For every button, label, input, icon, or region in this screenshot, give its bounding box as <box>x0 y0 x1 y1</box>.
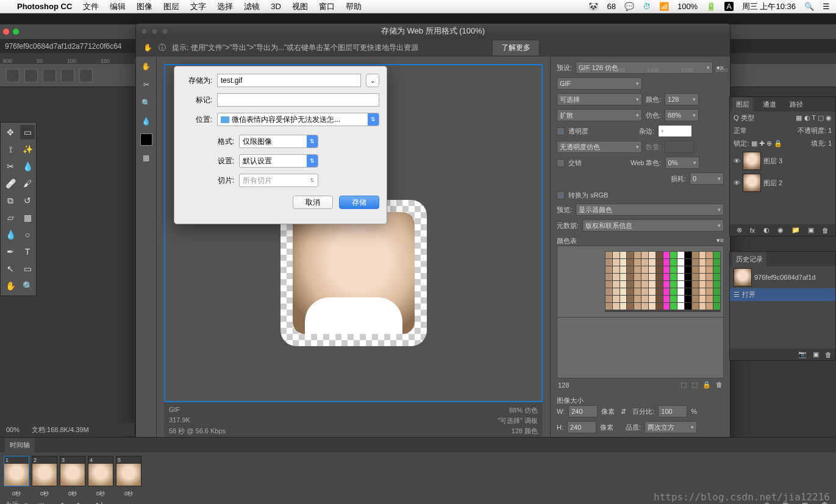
menu-layer[interactable]: 图层 <box>163 1 179 12</box>
frame-delay[interactable]: 0秒 <box>32 490 57 498</box>
tab-channels[interactable]: 通道 <box>759 98 780 112</box>
blur-tool-icon[interactable]: 💧 <box>3 227 18 242</box>
link-icon[interactable]: ⇵ <box>621 408 626 416</box>
sfw-zoom-icon[interactable]: 🔍 <box>140 97 152 109</box>
ct-icon[interactable]: ⬚ <box>691 381 698 389</box>
new-icon[interactable]: ▣ <box>808 226 814 234</box>
sfw-min-icon[interactable] <box>151 28 158 35</box>
tab-history[interactable]: 历史记录 <box>732 252 766 266</box>
metadata-select[interactable]: 版权和联系信息 <box>582 219 724 232</box>
close-dot[interactable] <box>3 29 9 35</box>
menu-edit[interactable]: 编辑 <box>110 1 126 12</box>
frame-item[interactable]: 3 <box>60 456 85 486</box>
layer-row[interactable]: 👁图层 2 <box>730 172 835 194</box>
menu-help[interactable]: 帮助 <box>346 1 362 12</box>
tab-layers[interactable]: 图层 <box>732 98 753 112</box>
trash-icon[interactable]: 🗑 <box>822 227 829 234</box>
link-icon[interactable]: ⊗ <box>737 226 742 234</box>
stamp-tool-icon[interactable]: ⧉ <box>3 193 18 208</box>
loop-select[interactable]: 永远 <box>5 500 18 505</box>
filename-input[interactable] <box>217 74 361 87</box>
spotlight-icon[interactable]: 🔍 <box>804 2 814 11</box>
percent-input[interactable] <box>658 405 687 417</box>
marquee-tool-icon[interactable]: ▭ <box>20 125 35 140</box>
eye-icon[interactable]: 👁 <box>734 157 740 165</box>
menu-view[interactable]: 视图 <box>292 1 308 12</box>
learn-more-button[interactable]: 了解更多 <box>492 40 540 56</box>
sfw-close-icon[interactable] <box>141 28 148 35</box>
prev-button[interactable]: ◀ <box>54 499 67 504</box>
blend-mode-select[interactable]: 正常 <box>734 126 747 135</box>
opt-4[interactable] <box>79 69 93 82</box>
history-brush-icon[interactable]: ↺ <box>20 193 35 208</box>
zoom-dot[interactable] <box>13 29 19 35</box>
first-button[interactable]: ⏮ <box>34 499 48 504</box>
dither-select[interactable]: 扩散 <box>557 109 642 121</box>
menu-3d[interactable]: 3D <box>271 2 281 11</box>
format-select[interactable]: GIF <box>557 77 642 90</box>
ct-lock-icon[interactable]: 🔒 <box>702 381 711 389</box>
eraser-tool-icon[interactable]: ▱ <box>3 210 18 225</box>
opt-3[interactable] <box>61 69 74 82</box>
notification-icon[interactable]: ☰ <box>823 2 830 11</box>
frame-delay[interactable]: 0秒 <box>88 490 113 498</box>
tab-timeline[interactable]: 时间轴 <box>5 438 35 452</box>
eye-icon[interactable]: 👁 <box>734 179 740 186</box>
folder-icon[interactable]: 📁 <box>791 226 800 234</box>
frame-item[interactable]: 5 <box>116 456 141 486</box>
opt-1[interactable] <box>24 69 38 82</box>
frame-item[interactable]: 1 <box>4 456 29 486</box>
tool-preset[interactable] <box>6 69 20 82</box>
expand-button[interactable]: ⌄ <box>366 74 379 87</box>
trans-dither-select[interactable]: 无透明度仿色 <box>557 141 642 153</box>
colortable-menu-icon[interactable]: ▾≡ <box>716 236 724 246</box>
location-select[interactable]: 微信表情内容受保护无法发送怎...⇅ <box>217 113 379 126</box>
fx-icon[interactable]: fx <box>750 227 756 234</box>
sfw-toggle-icon[interactable]: ▦ <box>140 152 152 164</box>
camera-icon[interactable]: 📷 <box>798 350 807 358</box>
trash-icon[interactable]: 🗑 <box>825 351 832 358</box>
wand-tool-icon[interactable]: ✨ <box>20 142 35 157</box>
dodge-tool-icon[interactable]: ○ <box>20 227 35 242</box>
app-name[interactable]: Photoshop CC <box>17 2 72 11</box>
zoom-status[interactable]: 00% <box>6 426 20 433</box>
tag-input[interactable] <box>217 93 379 107</box>
preview-select[interactable]: 显示器颜色 <box>576 204 724 216</box>
opt-2[interactable] <box>43 69 56 82</box>
menu-select[interactable]: 选择 <box>217 1 233 12</box>
sfw-max-icon[interactable] <box>162 28 168 35</box>
eyedropper-tool-icon[interactable]: 💧 <box>20 159 35 174</box>
ct-trash-icon[interactable]: 🗑 <box>716 381 723 389</box>
frame-delay[interactable]: 0秒 <box>116 490 141 498</box>
fill-label[interactable]: 填充: 1 <box>811 139 832 148</box>
width-input[interactable] <box>568 405 598 417</box>
lasso-tool-icon[interactable]: ⟟ <box>3 142 18 157</box>
sfw-eyedropper-icon[interactable]: 💧 <box>140 115 152 127</box>
menu-filter[interactable]: 滤镜 <box>244 1 260 12</box>
new-icon[interactable]: ▣ <box>813 350 819 358</box>
palette-select[interactable]: 可选择 <box>557 93 642 105</box>
pen-tool-icon[interactable]: ✒ <box>3 244 18 259</box>
history-item[interactable]: 976fef9c0684d7af1d <box>730 266 835 288</box>
timer-icon[interactable]: ⏱ <box>643 2 651 11</box>
play-button[interactable]: ▶ <box>73 499 87 504</box>
dialog-cancel-button[interactable]: 取消 <box>293 196 333 209</box>
next-button[interactable]: ▶| <box>93 499 106 504</box>
opacity-label[interactable]: 不透明度: 1 <box>798 126 832 135</box>
menu-image[interactable]: 图像 <box>137 1 152 12</box>
crop-tool-icon[interactable]: ✂ <box>3 159 18 174</box>
layer-row[interactable]: 👁图层 3 <box>730 150 835 172</box>
srgb-check[interactable]: ✓ <box>557 191 565 199</box>
sfw-hand-icon[interactable]: ✋ <box>140 60 152 73</box>
adj-icon[interactable]: ◉ <box>777 226 784 234</box>
dialog-save-button[interactable]: 存储 <box>339 196 379 209</box>
layer-name[interactable]: 图层 3 <box>763 157 782 166</box>
sfw-color-swatch[interactable] <box>140 133 152 146</box>
colors-select[interactable]: 128 <box>665 93 699 105</box>
frame-delay[interactable]: 0秒 <box>60 490 85 498</box>
frame-item[interactable]: 2 <box>32 456 57 486</box>
layer-name[interactable]: 图层 2 <box>763 179 782 188</box>
wechat-icon[interactable]: 💬 <box>624 2 634 11</box>
frame-item[interactable]: 4 <box>88 456 113 486</box>
kind-label[interactable]: Q 类型 <box>734 113 754 122</box>
